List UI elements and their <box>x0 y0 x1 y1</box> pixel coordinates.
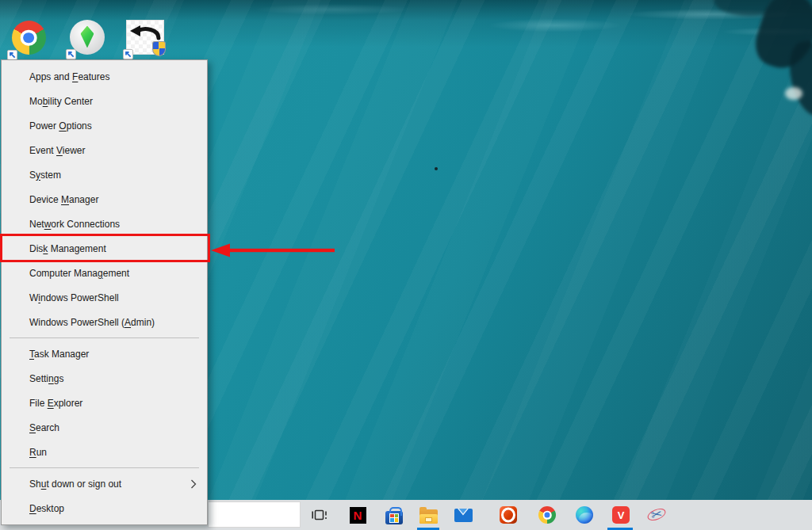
menu-item-label: Apps and Features <box>29 71 109 82</box>
menu-item-label: Windows PowerShell (Admin) <box>29 317 155 328</box>
mail-icon <box>454 509 473 522</box>
snipping-tool-icon: ✂ <box>647 505 666 524</box>
menu-item-label: Network Connections <box>29 219 120 230</box>
menu-item-label: Device Manager <box>29 194 98 205</box>
menu-item-label: Computer Management <box>29 268 129 279</box>
menu-separator <box>10 337 199 338</box>
microsoft-store-button[interactable] <box>385 505 404 524</box>
menu-item-power-options[interactable]: Power Options <box>2 113 207 138</box>
menu-item-label: Windows PowerShell <box>29 292 119 303</box>
menu-item-run[interactable]: Run <box>2 440 207 464</box>
menu-item-apps-and-features[interactable]: Apps and Features <box>2 64 207 89</box>
winx-power-user-menu: Apps and FeaturesMobility CenterPower Op… <box>1 59 208 525</box>
chrome-button[interactable] <box>538 505 557 524</box>
edge-icon <box>576 506 593 524</box>
menu-item-system[interactable]: System <box>2 162 207 187</box>
menu-item-settings[interactable]: Settings <box>2 366 207 391</box>
menu-item-label: Power Options <box>29 120 92 132</box>
swimmer-silhouette <box>704 0 812 128</box>
microsoft-store-icon <box>385 511 403 524</box>
chrome-icon <box>538 506 556 524</box>
file-explorer-button[interactable] <box>419 505 438 524</box>
netflix-icon: N <box>350 507 366 524</box>
uac-shield-icon <box>152 41 166 56</box>
snipping-tool-button[interactable]: ✂ <box>647 505 666 524</box>
menu-item-label: Settings <box>29 373 63 384</box>
menu-separator <box>10 467 199 468</box>
menu-item-label: Mobility Center <box>29 96 93 107</box>
menu-item-label: Desktop <box>29 503 64 514</box>
menu-item-label: Shut down or sign out <box>29 479 121 490</box>
cursor-dot <box>435 167 438 170</box>
shortcut-arrow-icon <box>66 49 76 59</box>
vivaldi-button[interactable]: V <box>611 505 630 524</box>
menu-item-computer-management[interactable]: Computer Management <box>2 261 207 285</box>
vivaldi-icon: V <box>612 506 630 524</box>
menu-item-label: System <box>29 170 61 181</box>
menu-item-label: Search <box>29 422 59 433</box>
menu-item-windows-powershell-admin[interactable]: Windows PowerShell (Admin) <box>2 310 207 334</box>
menu-item-search[interactable]: Search <box>2 415 207 440</box>
menu-item-file-explorer[interactable]: File Explorer <box>2 391 207 415</box>
menu-item-task-manager[interactable]: Task Manager <box>2 341 207 366</box>
desktop-screen: Google Chrome TS4cf 1 Stellar Phot <box>0 0 812 530</box>
office-button[interactable] <box>499 505 518 524</box>
file-explorer-icon <box>419 509 438 524</box>
red-annotation-arrow <box>210 242 337 258</box>
menu-item-label: Event Viewer <box>29 145 86 156</box>
taskbar-search-box[interactable] <box>208 501 301 528</box>
submenu-chevron-icon <box>190 479 197 489</box>
task-view-icon <box>312 508 327 522</box>
menu-item-label: Run <box>29 447 47 458</box>
edge-button[interactable] <box>575 505 594 524</box>
shortcut-arrow-icon <box>123 49 133 59</box>
menu-item-shut-down-or-sign-out[interactable]: Shut down or sign out <box>2 471 207 496</box>
menu-item-label: File Explorer <box>29 398 82 409</box>
menu-item-mobility-center[interactable]: Mobility Center <box>2 89 207 113</box>
mail-button[interactable] <box>454 505 473 524</box>
menu-item-windows-powershell[interactable]: Windows PowerShell <box>2 285 207 310</box>
menu-item-device-manager[interactable]: Device Manager <box>2 187 207 212</box>
menu-item-desktop[interactable]: Desktop <box>2 496 207 520</box>
menu-item-label: Disk Management <box>29 243 106 254</box>
menu-item-label: Task Manager <box>29 349 89 360</box>
menu-item-network-connections[interactable]: Network Connections <box>2 212 207 236</box>
task-view-button[interactable] <box>310 505 329 524</box>
menu-item-event-viewer[interactable]: Event Viewer <box>2 138 207 162</box>
office-icon <box>500 506 517 524</box>
menu-item-disk-management[interactable]: Disk Management <box>2 236 207 261</box>
netflix-button[interactable]: N <box>348 505 367 524</box>
